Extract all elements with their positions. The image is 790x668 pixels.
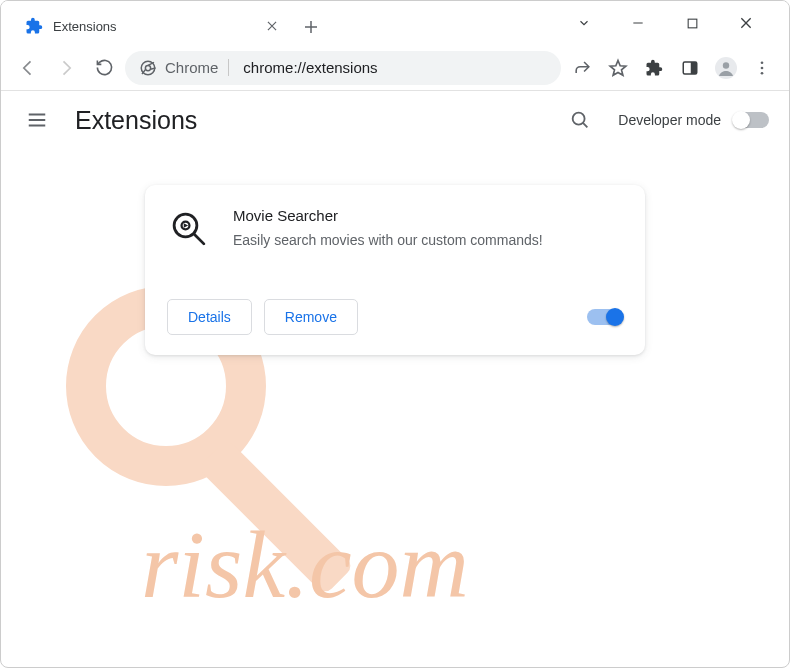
details-button[interactable]: Details xyxy=(167,299,252,335)
address-bar-row: Chrome chrome://extensions xyxy=(1,45,789,91)
bookmark-button[interactable] xyxy=(601,51,635,85)
developer-mode-label: Developer mode xyxy=(618,112,721,128)
window-minimize-button[interactable] xyxy=(621,16,655,30)
svg-rect-0 xyxy=(688,19,697,28)
tab-title: Extensions xyxy=(53,19,253,34)
chevron-down-icon[interactable] xyxy=(567,16,601,30)
watermark-text: risk.com xyxy=(141,509,790,620)
back-button[interactable] xyxy=(11,51,45,85)
extensions-button[interactable] xyxy=(637,51,671,85)
sidepanel-button[interactable] xyxy=(673,51,707,85)
extension-description: Easily search movies with our custom com… xyxy=(233,230,623,251)
watermark-handle xyxy=(198,439,355,596)
share-button[interactable] xyxy=(565,51,599,85)
window-close-button[interactable] xyxy=(729,15,763,31)
svg-point-8 xyxy=(761,71,764,74)
tab-close-button[interactable] xyxy=(263,17,281,35)
svg-point-7 xyxy=(761,66,764,69)
reload-button[interactable] xyxy=(87,51,121,85)
svg-point-5 xyxy=(723,62,729,68)
svg-point-9 xyxy=(573,113,585,125)
kebab-menu-button[interactable] xyxy=(745,51,779,85)
menu-button[interactable] xyxy=(17,100,57,140)
forward-button[interactable] xyxy=(49,51,83,85)
remove-button[interactable]: Remove xyxy=(264,299,358,335)
profile-button[interactable] xyxy=(709,51,743,85)
window-titlebar: Extensions xyxy=(1,1,789,45)
puzzle-icon xyxy=(25,17,43,35)
window-maximize-button[interactable] xyxy=(675,17,709,30)
extension-name: Movie Searcher xyxy=(233,207,623,224)
extension-icon xyxy=(167,207,211,251)
omnibox[interactable]: Chrome chrome://extensions xyxy=(125,51,561,85)
omnibox-url: chrome://extensions xyxy=(237,59,547,76)
browser-tab[interactable]: Extensions xyxy=(11,7,291,45)
omnibox-scheme-label: Chrome xyxy=(165,59,229,76)
new-tab-button[interactable] xyxy=(297,13,325,41)
extension-card: Movie Searcher Easily search movies with… xyxy=(145,185,645,355)
extensions-page-header: Extensions Developer mode xyxy=(1,91,789,149)
developer-mode-toggle[interactable] xyxy=(733,112,769,128)
chrome-icon xyxy=(139,59,157,77)
page-title: Extensions xyxy=(75,106,542,135)
svg-point-6 xyxy=(761,61,764,64)
search-extensions-button[interactable] xyxy=(560,100,600,140)
extension-enabled-toggle[interactable] xyxy=(587,309,623,325)
